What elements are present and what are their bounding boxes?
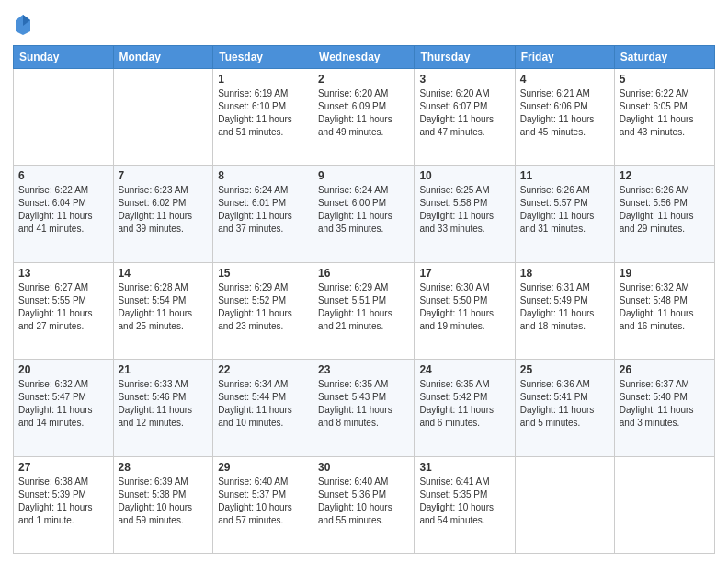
day-number: 14 — [119, 267, 209, 280]
day-number: 25 — [520, 363, 609, 376]
calendar-cell: 10Sunrise: 6:25 AM Sunset: 5:58 PM Dayli… — [415, 166, 515, 262]
day-info: Sunrise: 6:37 AM Sunset: 5:40 PM Dayligh… — [620, 378, 710, 430]
day-number: 11 — [520, 169, 609, 182]
day-number: 31 — [419, 461, 509, 474]
calendar-cell: 5Sunrise: 6:22 AM Sunset: 6:05 PM Daylig… — [614, 68, 714, 165]
day-info: Sunrise: 6:20 AM Sunset: 6:09 PM Dayligh… — [318, 87, 409, 139]
day-number: 30 — [318, 461, 409, 474]
day-number: 17 — [419, 267, 509, 280]
day-number: 2 — [318, 73, 409, 86]
day-number: 19 — [620, 267, 710, 280]
day-number: 18 — [520, 267, 609, 280]
day-info: Sunrise: 6:24 AM Sunset: 6:00 PM Dayligh… — [318, 184, 409, 236]
day-number: 9 — [318, 169, 409, 182]
calendar-cell: 4Sunrise: 6:21 AM Sunset: 6:06 PM Daylig… — [515, 68, 614, 165]
day-info: Sunrise: 6:19 AM Sunset: 6:10 PM Dayligh… — [218, 87, 308, 139]
day-number: 7 — [119, 169, 209, 182]
calendar-week-row: 20Sunrise: 6:32 AM Sunset: 5:47 PM Dayli… — [14, 360, 715, 456]
calendar-cell: 7Sunrise: 6:23 AM Sunset: 6:02 PM Daylig… — [113, 166, 213, 262]
calendar-cell: 15Sunrise: 6:29 AM Sunset: 5:52 PM Dayli… — [213, 262, 313, 359]
calendar-cell — [113, 68, 213, 165]
day-info: Sunrise: 6:35 AM Sunset: 5:43 PM Dayligh… — [318, 378, 409, 430]
day-number: 16 — [318, 267, 409, 280]
calendar-day-header: Tuesday — [213, 45, 313, 68]
logo — [13, 13, 32, 40]
calendar-cell: 21Sunrise: 6:33 AM Sunset: 5:46 PM Dayli… — [113, 360, 213, 456]
day-info: Sunrise: 6:40 AM Sunset: 5:37 PM Dayligh… — [218, 476, 308, 527]
day-number: 24 — [419, 363, 509, 376]
day-info: Sunrise: 6:39 AM Sunset: 5:38 PM Dayligh… — [119, 476, 209, 527]
calendar-cell: 30Sunrise: 6:40 AM Sunset: 5:36 PM Dayli… — [313, 456, 415, 553]
day-number: 20 — [18, 363, 108, 376]
day-number: 23 — [318, 363, 409, 376]
day-info: Sunrise: 6:38 AM Sunset: 5:39 PM Dayligh… — [18, 476, 108, 527]
day-info: Sunrise: 6:32 AM Sunset: 5:47 PM Dayligh… — [18, 378, 108, 430]
calendar-cell: 11Sunrise: 6:26 AM Sunset: 5:57 PM Dayli… — [515, 166, 614, 262]
day-info: Sunrise: 6:35 AM Sunset: 5:42 PM Dayligh… — [419, 378, 509, 430]
day-info: Sunrise: 6:27 AM Sunset: 5:55 PM Dayligh… — [18, 282, 108, 333]
page: SundayMondayTuesdayWednesdayThursdayFrid… — [0, 0, 728, 563]
day-number: 12 — [620, 169, 710, 182]
day-info: Sunrise: 6:40 AM Sunset: 5:36 PM Dayligh… — [318, 476, 409, 527]
day-info: Sunrise: 6:23 AM Sunset: 6:02 PM Dayligh… — [119, 184, 209, 236]
day-info: Sunrise: 6:32 AM Sunset: 5:48 PM Dayligh… — [620, 282, 710, 333]
calendar-day-header: Monday — [113, 45, 213, 68]
calendar-day-header: Wednesday — [313, 45, 415, 68]
day-number: 5 — [620, 73, 710, 86]
calendar-cell: 20Sunrise: 6:32 AM Sunset: 5:47 PM Dayli… — [14, 360, 114, 456]
calendar-table: SundayMondayTuesdayWednesdayThursdayFrid… — [13, 45, 715, 554]
day-info: Sunrise: 6:29 AM Sunset: 5:51 PM Dayligh… — [318, 282, 409, 333]
day-info: Sunrise: 6:36 AM Sunset: 5:41 PM Dayligh… — [520, 378, 609, 430]
calendar-week-row: 27Sunrise: 6:38 AM Sunset: 5:39 PM Dayli… — [14, 456, 715, 553]
calendar-day-header: Saturday — [614, 45, 714, 68]
calendar-cell: 17Sunrise: 6:30 AM Sunset: 5:50 PM Dayli… — [415, 262, 515, 359]
calendar-cell: 1Sunrise: 6:19 AM Sunset: 6:10 PM Daylig… — [213, 68, 313, 165]
calendar-week-row: 1Sunrise: 6:19 AM Sunset: 6:10 PM Daylig… — [14, 68, 715, 165]
calendar-cell: 28Sunrise: 6:39 AM Sunset: 5:38 PM Dayli… — [113, 456, 213, 553]
logo-text — [13, 13, 32, 40]
day-number: 6 — [18, 169, 108, 182]
calendar-cell: 6Sunrise: 6:22 AM Sunset: 6:04 PM Daylig… — [14, 166, 114, 262]
calendar-day-header: Friday — [515, 45, 614, 68]
day-number: 10 — [419, 169, 509, 182]
header — [13, 9, 715, 40]
calendar-cell: 31Sunrise: 6:41 AM Sunset: 5:35 PM Dayli… — [415, 456, 515, 553]
day-number: 8 — [218, 169, 308, 182]
day-info: Sunrise: 6:21 AM Sunset: 6:06 PM Dayligh… — [520, 87, 609, 139]
calendar-cell: 16Sunrise: 6:29 AM Sunset: 5:51 PM Dayli… — [313, 262, 415, 359]
day-number: 3 — [419, 73, 509, 86]
calendar-cell: 25Sunrise: 6:36 AM Sunset: 5:41 PM Dayli… — [515, 360, 614, 456]
day-number: 21 — [119, 363, 209, 376]
day-number: 29 — [218, 461, 308, 474]
calendar-cell: 9Sunrise: 6:24 AM Sunset: 6:00 PM Daylig… — [313, 166, 415, 262]
calendar-week-row: 13Sunrise: 6:27 AM Sunset: 5:55 PM Dayli… — [14, 262, 715, 359]
calendar-cell: 24Sunrise: 6:35 AM Sunset: 5:42 PM Dayli… — [415, 360, 515, 456]
day-number: 4 — [520, 73, 609, 86]
calendar-header-row: SundayMondayTuesdayWednesdayThursdayFrid… — [14, 45, 715, 68]
calendar-cell: 13Sunrise: 6:27 AM Sunset: 5:55 PM Dayli… — [14, 262, 114, 359]
calendar-cell: 29Sunrise: 6:40 AM Sunset: 5:37 PM Dayli… — [213, 456, 313, 553]
calendar-cell: 12Sunrise: 6:26 AM Sunset: 5:56 PM Dayli… — [614, 166, 714, 262]
day-info: Sunrise: 6:25 AM Sunset: 5:58 PM Dayligh… — [419, 184, 509, 236]
calendar-cell: 23Sunrise: 6:35 AM Sunset: 5:43 PM Dayli… — [313, 360, 415, 456]
day-info: Sunrise: 6:29 AM Sunset: 5:52 PM Dayligh… — [218, 282, 308, 333]
day-number: 28 — [119, 461, 209, 474]
day-info: Sunrise: 6:26 AM Sunset: 5:57 PM Dayligh… — [520, 184, 609, 236]
day-number: 27 — [18, 461, 108, 474]
calendar-cell: 3Sunrise: 6:20 AM Sunset: 6:07 PM Daylig… — [415, 68, 515, 165]
calendar-cell: 19Sunrise: 6:32 AM Sunset: 5:48 PM Dayli… — [614, 262, 714, 359]
day-info: Sunrise: 6:24 AM Sunset: 6:01 PM Dayligh… — [218, 184, 308, 236]
calendar-day-header: Thursday — [415, 45, 515, 68]
calendar-day-header: Sunday — [14, 45, 114, 68]
calendar-cell: 18Sunrise: 6:31 AM Sunset: 5:49 PM Dayli… — [515, 262, 614, 359]
day-info: Sunrise: 6:28 AM Sunset: 5:54 PM Dayligh… — [119, 282, 209, 333]
calendar-cell: 26Sunrise: 6:37 AM Sunset: 5:40 PM Dayli… — [614, 360, 714, 456]
logo-icon — [14, 13, 32, 35]
day-info: Sunrise: 6:34 AM Sunset: 5:44 PM Dayligh… — [218, 378, 308, 430]
calendar-cell: 14Sunrise: 6:28 AM Sunset: 5:54 PM Dayli… — [113, 262, 213, 359]
calendar-cell — [614, 456, 714, 553]
calendar-cell — [14, 68, 114, 165]
day-number: 15 — [218, 267, 308, 280]
calendar-cell: 2Sunrise: 6:20 AM Sunset: 6:09 PM Daylig… — [313, 68, 415, 165]
day-info: Sunrise: 6:20 AM Sunset: 6:07 PM Dayligh… — [419, 87, 509, 139]
